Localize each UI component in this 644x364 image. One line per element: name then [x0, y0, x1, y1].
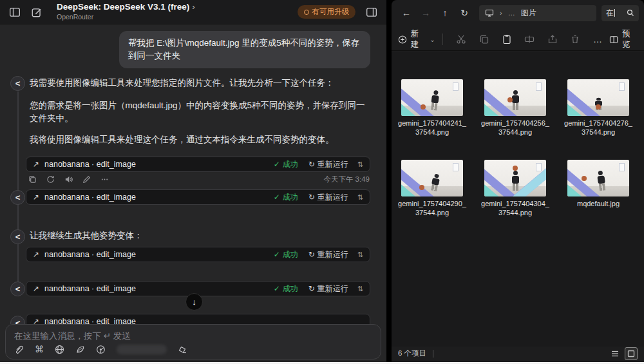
poster-decor: [453, 82, 459, 91]
search-icon: [627, 9, 634, 17]
rerun-button[interactable]: ↻重新运行: [308, 249, 348, 260]
file-name: gemini_1757404276_37544.png: [560, 119, 636, 137]
message-list[interactable]: 帮我把 E:\图片\mqdefault.jpg 里的变成5种不同的姿势，保存到同…: [0, 24, 386, 324]
breadcrumb-chevron-icon[interactable]: ›: [500, 9, 502, 17]
file-item[interactable]: gemini_1757404241_37544.png: [394, 79, 470, 137]
breadcrumb-ellipsis[interactable]: …: [508, 9, 515, 17]
mention-icon[interactable]: [75, 345, 85, 354]
rerun-button[interactable]: ↻重新运行: [308, 283, 348, 294]
upgrade-dot-icon: [304, 10, 309, 15]
large-icons-view-toggle[interactable]: [625, 347, 638, 360]
forward-button[interactable]: →: [416, 8, 435, 18]
search-input[interactable]: 在: [601, 5, 639, 21]
copy-icon[interactable]: [28, 175, 37, 184]
details-view-icon[interactable]: [611, 349, 620, 358]
preview-toggle-button[interactable]: 预览: [609, 28, 638, 50]
file-item[interactable]: gemini_1757404304_37544.png: [477, 160, 553, 217]
poster-decor: [619, 163, 625, 171]
speaker-icon[interactable]: [64, 175, 73, 184]
more-actions-icon[interactable]: [100, 175, 109, 184]
breadcrumb-current-folder[interactable]: 图片: [521, 8, 536, 19]
new-chat-icon[interactable]: [31, 6, 43, 18]
success-check-icon: ✓: [274, 284, 280, 293]
file-item[interactable]: mqdefault.jpg: [560, 160, 636, 208]
file-name: gemini_1757404290_37544.png: [394, 199, 470, 217]
delete-button[interactable]: [564, 34, 586, 44]
plus-circle-icon: [398, 35, 407, 44]
explorer-nav-bar: ← → ↑ ↻ › … 图片 在: [392, 5, 644, 21]
rerun-icon: ↻: [308, 160, 315, 169]
chevron-right-icon: ›: [192, 2, 195, 12]
rerun-button[interactable]: ↻重新运行: [308, 192, 348, 203]
tool-call-name: nanobanana · edit_image: [44, 250, 136, 259]
tool-call-bar[interactable]: ↗ nanobanana · edit_image ✓成功 ↻重新运行 ⇅: [26, 247, 370, 262]
poster-decor: [453, 163, 459, 171]
tool-call-bar[interactable]: ↗ nanobanana · edit_image ✓成功 ↻重新运行 ⇅: [26, 189, 370, 205]
upgrade-badge-label: 有可用升级: [312, 7, 350, 17]
upgrade-badge[interactable]: 有可用升级: [298, 5, 356, 19]
file-thumbnail: [484, 160, 546, 196]
assistant-avatar: <: [10, 190, 25, 205]
tool-arrow-icon: ↗: [33, 284, 39, 293]
basketball: [507, 97, 513, 102]
tool-call-name: nanobanana · edit_image: [44, 284, 136, 293]
arrow-down-icon: ↓: [192, 297, 196, 307]
file-grid[interactable]: gemini_1757404241_37544.png gemini_17574…: [392, 52, 644, 347]
assistant-avatar: <: [10, 229, 25, 244]
input-placeholder: 在这里输入消息，按下 ↵ 发送: [14, 330, 372, 342]
rerun-button[interactable]: ↻重新运行: [308, 159, 348, 170]
rerun-icon: ↻: [308, 250, 315, 259]
sidebar-toggle-icon[interactable]: [9, 6, 21, 18]
attach-icon[interactable]: [14, 345, 24, 354]
preview-button-label: 预览: [622, 28, 638, 50]
expand-collapse-icon[interactable]: ⇅: [357, 251, 363, 259]
file-item[interactable]: gemini_1757404290_37544.png: [394, 160, 470, 217]
explorer-status-bar: 6 个项目: [392, 347, 644, 360]
model-title: DeepSeek: DeepSeek V3.1 (free): [57, 2, 189, 12]
regenerate-icon[interactable]: [46, 175, 55, 184]
poster-decor: [536, 82, 542, 91]
model-selector[interactable]: DeepSeek: DeepSeek V3.1 (free)› OpenRout…: [57, 3, 195, 21]
preview-pane-icon: [609, 35, 618, 44]
mcp-tools-icon[interactable]: [96, 345, 106, 354]
blurred-model-tag: [117, 345, 167, 354]
person-figure: [428, 90, 442, 111]
expand-collapse-icon[interactable]: ⇅: [357, 285, 363, 293]
copy-button[interactable]: [473, 34, 495, 44]
user-message: 帮我把 E:\图片\mqdefault.jpg 里的变成5种不同的姿势，保存到同…: [119, 31, 370, 68]
file-item[interactable]: gemini_1757404256_37544.png: [477, 79, 553, 137]
provider-label: OpenRouter: [57, 14, 195, 21]
address-bar[interactable]: › … 图片: [479, 5, 596, 21]
edit-icon[interactable]: [82, 175, 91, 184]
refresh-button[interactable]: ↻: [455, 8, 474, 18]
tool-arrow-icon: ↗: [33, 160, 39, 169]
basketball: [421, 104, 426, 110]
file-name: mqdefault.jpg: [560, 199, 636, 208]
clear-context-icon[interactable]: [178, 345, 187, 354]
up-button[interactable]: ↑: [435, 8, 455, 18]
rename-button[interactable]: [518, 34, 541, 44]
assistant-paragraph: 我将使用图像编辑工具来处理这个任务，通过文本指令来生成不同姿势的变体。: [30, 133, 370, 146]
paste-button[interactable]: [495, 34, 518, 44]
scroll-to-bottom-button[interactable]: ↓: [185, 293, 203, 311]
toolbar-divider: [442, 34, 443, 45]
message-action-row: 今天下午 3:49: [28, 175, 370, 184]
expand-collapse-icon[interactable]: ⇅: [357, 193, 363, 202]
back-button[interactable]: ←: [397, 8, 416, 18]
web-search-icon[interactable]: [55, 345, 64, 354]
tool-call-name: nanobanana · edit_image: [44, 317, 136, 324]
explorer-toolbar: 新建 ⌄ … 预览: [392, 28, 644, 51]
new-button[interactable]: 新建 ⌄: [398, 28, 435, 50]
shortcut-icon[interactable]: ⌘: [35, 345, 44, 354]
input-toolbar: ⌘: [14, 345, 187, 354]
message-input[interactable]: 在这里输入消息，按下 ↵ 发送 ⌘: [5, 324, 381, 359]
file-name: gemini_1757404241_37544.png: [394, 119, 470, 137]
file-item[interactable]: gemini_1757404276_37544.png: [560, 79, 636, 137]
tool-call-bar-partial[interactable]: ↗ nanobanana · edit_image: [26, 314, 370, 324]
more-options-button[interactable]: …: [587, 34, 609, 44]
tool-call-bar[interactable]: ↗ nanobanana · edit_image ✓成功 ↻重新运行 ⇅: [26, 157, 370, 172]
expand-collapse-icon[interactable]: ⇅: [357, 160, 363, 169]
cut-button[interactable]: [450, 34, 473, 44]
share-button[interactable]: [541, 34, 564, 44]
right-panel-toggle-icon[interactable]: [366, 6, 377, 18]
